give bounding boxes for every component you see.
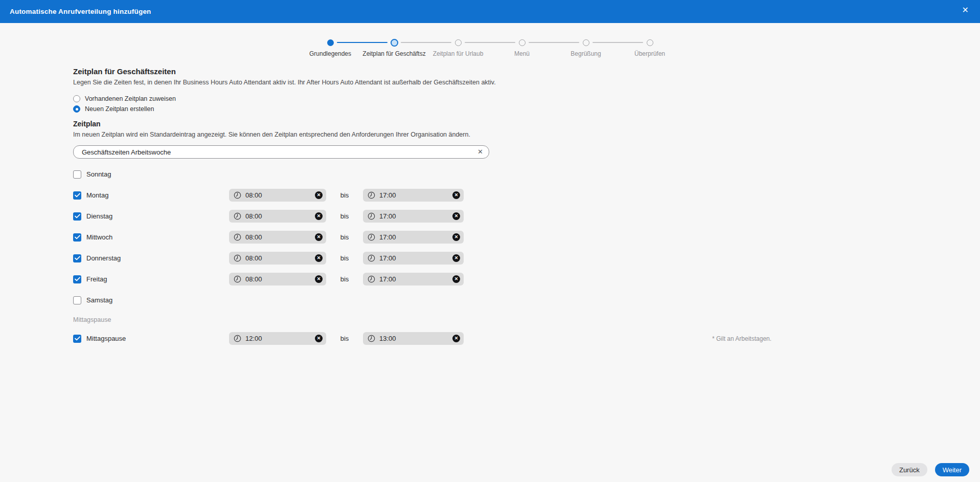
end-time-picker[interactable]: 17:00 ✕ — [363, 252, 464, 265]
start-time-value: 08:00 — [245, 191, 262, 199]
clock-icon — [234, 191, 241, 199]
clock-icon — [234, 335, 241, 342]
day-label: Freitag — [86, 275, 107, 283]
end-time-picker[interactable]: 13:00 ✕ — [363, 332, 464, 345]
step-ueberpruefen[interactable]: Überprüfen — [618, 38, 682, 57]
radio-neuen-zeitplan[interactable]: Neuen Zeitplan erstellen — [73, 104, 980, 113]
clear-time-icon[interactable]: ✕ — [315, 191, 323, 199]
end-time-value: 17:00 — [379, 254, 396, 262]
step-label: Begrüßung — [571, 50, 601, 57]
end-time-value: 17:00 — [379, 233, 396, 241]
checkbox-montag[interactable]: Montag — [73, 191, 229, 200]
radio-label: Vorhandenen Zeitplan zuweisen — [85, 95, 176, 102]
clock-icon — [368, 335, 375, 342]
checkbox-unchecked-icon[interactable] — [73, 296, 81, 304]
clear-time-icon[interactable]: ✕ — [452, 335, 460, 342]
checkbox-sonntag[interactable]: Sonntag — [73, 170, 229, 179]
end-time-picker[interactable]: 17:00 ✕ — [363, 189, 464, 202]
radio-unselected-icon[interactable] — [73, 95, 80, 102]
zeitplan-description: Im neuen Zeitplan wird ein Standardeintr… — [73, 130, 980, 139]
close-icon[interactable]: ✕ — [962, 6, 969, 14]
checkbox-checked-icon[interactable] — [73, 335, 81, 343]
clear-input-icon[interactable]: ✕ — [477, 148, 483, 156]
start-time-picker[interactable]: 12:00 ✕ — [229, 332, 326, 345]
step-label: Überprüfen — [634, 50, 665, 57]
dialog-titlebar: Automatische Anrufverteilung hinzufügen … — [0, 0, 980, 23]
checkbox-mittwoch[interactable]: Mittwoch — [73, 233, 229, 242]
day-label: Mittwoch — [86, 233, 112, 241]
radio-selected-icon[interactable] — [73, 105, 80, 113]
checkbox-unchecked-icon[interactable] — [73, 170, 81, 179]
step-dot-completed-icon — [327, 38, 334, 47]
clock-icon — [234, 233, 241, 241]
start-time-picker[interactable]: 08:00 ✕ — [229, 189, 326, 202]
clock-icon — [234, 275, 241, 283]
step-zeitplan-urlaub[interactable]: Zeitplan für Urlaub — [426, 38, 490, 57]
step-label: Menü — [514, 50, 530, 57]
zeitplan-title: Zeitplan — [73, 119, 980, 128]
next-button[interactable]: Weiter — [935, 463, 969, 476]
start-time-value: 12:00 — [245, 335, 262, 342]
step-label: Zeitplan für Geschäftsz — [362, 50, 425, 57]
checkbox-checked-icon[interactable] — [73, 191, 81, 200]
wizard-stepper: Grundlegendes Zeitplan für Geschäftsz Ze… — [0, 38, 980, 57]
day-label: Montag — [86, 191, 108, 199]
clear-time-icon[interactable]: ✕ — [315, 254, 323, 262]
clock-icon — [234, 212, 241, 220]
clear-time-icon[interactable]: ✕ — [315, 212, 323, 220]
day-label: Samstag — [86, 296, 112, 304]
clear-time-icon[interactable]: ✕ — [452, 191, 460, 199]
day-row-samstag: Samstag — [73, 290, 980, 311]
checkbox-checked-icon[interactable] — [73, 254, 81, 262]
checkbox-donnerstag[interactable]: Donnerstag — [73, 254, 229, 262]
clear-time-icon[interactable]: ✕ — [315, 335, 323, 342]
day-row-donnerstag: Donnerstag 08:00 ✕ bis 17:00 ✕ — [73, 248, 980, 269]
checkbox-checked-icon[interactable] — [73, 275, 81, 283]
start-time-value: 08:00 — [245, 254, 262, 262]
step-dot-upcoming-icon — [583, 38, 589, 47]
day-label: Donnerstag — [86, 254, 121, 262]
end-time-value: 17:00 — [379, 191, 396, 199]
checkbox-checked-icon[interactable] — [73, 233, 81, 242]
day-label: Sonntag — [86, 170, 111, 178]
bis-label: bis — [340, 212, 349, 220]
start-time-picker[interactable]: 08:00 ✕ — [229, 273, 326, 286]
end-time-picker[interactable]: 17:00 ✕ — [363, 210, 464, 223]
end-time-picker[interactable]: 17:00 ✕ — [363, 231, 464, 244]
clear-time-icon[interactable]: ✕ — [452, 275, 460, 283]
start-time-picker[interactable]: 08:00 ✕ — [229, 252, 326, 265]
checkbox-samstag[interactable]: Samstag — [73, 296, 229, 304]
checkbox-freitag[interactable]: Freitag — [73, 275, 229, 283]
clear-time-icon[interactable]: ✕ — [315, 233, 323, 241]
start-time-picker[interactable]: 08:00 ✕ — [229, 231, 326, 244]
checkbox-checked-icon[interactable] — [73, 212, 81, 221]
dialog-title: Automatische Anrufverteilung hinzufügen — [10, 8, 151, 15]
workdays-footnote: * Gilt an Arbeitstagen. — [712, 335, 771, 342]
clear-time-icon[interactable]: ✕ — [452, 254, 460, 262]
step-zeitplan-geschaeftszeiten[interactable]: Zeitplan für Geschäftsz — [362, 38, 426, 57]
clear-time-icon[interactable]: ✕ — [452, 212, 460, 220]
end-time-value: 13:00 — [379, 335, 396, 342]
checkbox-mittagspause[interactable]: Mittagspause — [73, 335, 229, 343]
end-time-value: 17:00 — [379, 275, 396, 283]
clock-icon — [234, 254, 241, 262]
radio-label: Neuen Zeitplan erstellen — [85, 105, 154, 113]
step-menue[interactable]: Menü — [490, 38, 554, 57]
radio-vorhandenen-zeitplan[interactable]: Vorhandenen Zeitplan zuweisen — [73, 94, 980, 103]
schedule-name-input[interactable] — [73, 145, 489, 159]
day-row-mittagspause: Mittagspause 12:00 ✕ bis 13:00 ✕ * Gilt … — [73, 328, 980, 349]
back-button[interactable]: Zurück — [892, 463, 927, 476]
step-grundlegendes[interactable]: Grundlegendes — [299, 38, 362, 57]
section-title: Zeitplan für Geschäftszeiten — [73, 67, 980, 76]
day-row-sonntag: Sonntag — [73, 164, 980, 185]
step-begruessung[interactable]: Begrüßung — [554, 38, 618, 57]
end-time-picker[interactable]: 17:00 ✕ — [363, 273, 464, 286]
step-dot-current-icon — [391, 38, 398, 47]
clock-icon — [368, 254, 375, 262]
clear-time-icon[interactable]: ✕ — [315, 275, 323, 283]
start-time-picker[interactable]: 08:00 ✕ — [229, 210, 326, 223]
clear-time-icon[interactable]: ✕ — [452, 233, 460, 241]
checkbox-dienstag[interactable]: Dienstag — [73, 212, 229, 221]
start-time-value: 08:00 — [245, 233, 262, 241]
clock-icon — [368, 275, 375, 283]
